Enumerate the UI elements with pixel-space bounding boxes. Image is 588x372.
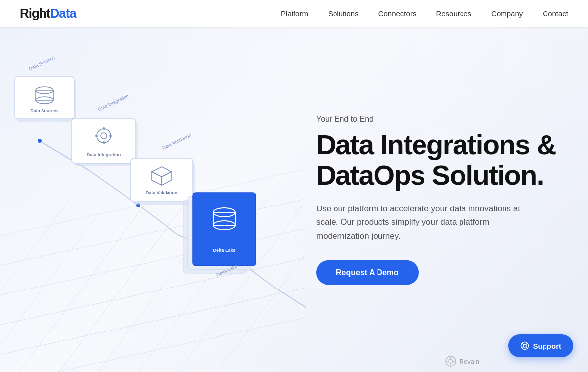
svg-rect-29 [103,127,105,130]
nav-platform[interactable]: Platform [281,9,308,18]
nav-company[interactable]: Company [491,9,523,18]
svg-text:Data Validation: Data Validation [146,190,178,195]
svg-line-12 [0,200,109,372]
illustration-area: Data Sources Data Sources Data Integrati… [0,27,306,372]
request-demo-button[interactable]: Request A Demo [316,260,419,285]
svg-point-14 [37,138,42,143]
svg-line-5 [0,309,306,372]
svg-line-13 [0,200,69,372]
svg-line-7 [40,200,188,372]
svg-line-54 [526,343,527,345]
revain-label: Revain [460,358,479,365]
svg-line-52 [522,343,523,345]
nav-solutions[interactable]: Solutions [328,9,359,18]
hero-content: Your End to End Data Integrations & Data… [316,115,558,285]
svg-rect-32 [109,135,112,137]
nav-connectors[interactable]: Connectors [378,9,417,18]
svg-text:Delta Lake: Delta Lake [213,248,235,253]
main-nav: Platform Solutions Connectors Resources … [281,9,568,18]
hero-title: Data Integrations & DataOps Solution. [316,129,558,190]
svg-rect-30 [103,141,105,144]
svg-text:Data Sources: Data Sources [28,54,56,71]
support-icon [520,341,529,350]
hero-section: Data Sources Data Sources Data Integrati… [0,27,588,372]
nav-resources[interactable]: Resources [436,9,471,18]
hero-description: Use our platform to accelerate your data… [316,202,534,243]
svg-text:Data Integration: Data Integration [97,93,129,112]
svg-point-51 [523,344,526,347]
svg-line-6 [0,200,148,372]
svg-text:Data Validation: Data Validation [161,132,192,151]
revain-icon [445,355,457,367]
svg-text:Data Sources: Data Sources [30,108,59,113]
svg-text:Data Integration: Data Integration [87,152,121,157]
svg-point-57 [449,359,453,363]
support-label: Support [533,342,562,350]
svg-line-53 [526,347,527,348]
hero-subtitle: Your End to End [316,115,558,124]
svg-line-55 [522,347,523,348]
revain-watermark: Revain [445,355,479,367]
logo[interactable]: RightData [20,6,76,21]
svg-rect-31 [95,135,98,137]
support-button[interactable]: Support [508,334,574,357]
nav-contact[interactable]: Contact [543,9,568,18]
